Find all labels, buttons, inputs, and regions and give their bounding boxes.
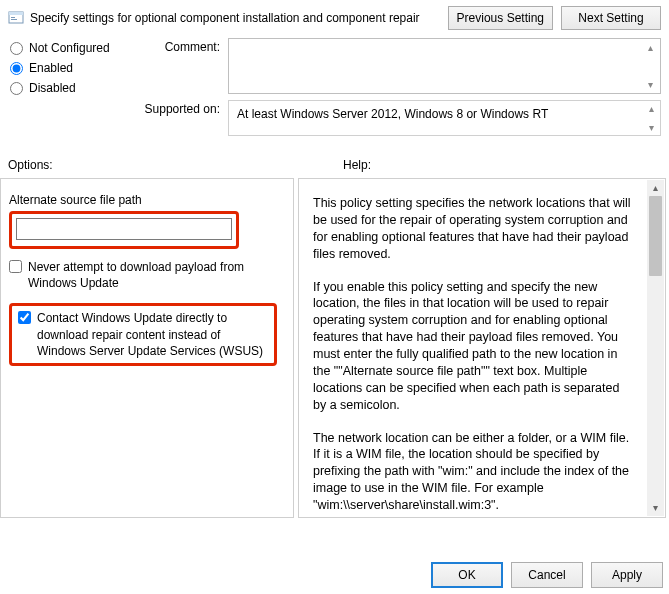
supported-on-label: Supported on: bbox=[130, 100, 228, 116]
supported-on-box: At least Windows Server 2012, Windows 8 … bbox=[228, 100, 661, 136]
radio-not-configured[interactable] bbox=[10, 42, 23, 55]
label-not-configured[interactable]: Not Configured bbox=[29, 41, 110, 55]
svg-rect-2 bbox=[11, 17, 15, 18]
label-disabled[interactable]: Disabled bbox=[29, 81, 76, 95]
svg-rect-1 bbox=[9, 12, 23, 15]
policy-icon bbox=[8, 10, 24, 26]
comment-label: Comment: bbox=[130, 38, 228, 54]
help-p1: This policy setting specifies the networ… bbox=[313, 195, 631, 263]
scroll-up-icon[interactable]: ▴ bbox=[647, 180, 664, 196]
label-enabled[interactable]: Enabled bbox=[29, 61, 73, 75]
scrollbar-thumb[interactable] bbox=[649, 196, 662, 276]
options-pane: Alternate source file path Never attempt… bbox=[0, 178, 294, 518]
scroll-up-icon[interactable]: ▴ bbox=[644, 101, 659, 116]
comment-textarea[interactable]: ▴ ▾ bbox=[228, 38, 661, 94]
ok-button[interactable]: OK bbox=[431, 562, 503, 588]
alternate-path-input[interactable] bbox=[16, 218, 232, 240]
help-p2: If you enable this policy setting and sp… bbox=[313, 279, 631, 414]
svg-rect-3 bbox=[11, 19, 17, 20]
options-section-label: Options: bbox=[8, 158, 343, 172]
checkbox-contact-wu[interactable] bbox=[18, 311, 31, 324]
checkbox-contact-wu-label[interactable]: Contact Windows Update directly to downl… bbox=[37, 310, 268, 359]
checkbox-never-download[interactable] bbox=[9, 260, 22, 273]
help-scrollbar[interactable]: ▴ ▾ bbox=[647, 180, 664, 516]
alternate-path-label: Alternate source file path bbox=[9, 193, 285, 207]
previous-setting-button[interactable]: Previous Setting bbox=[448, 6, 553, 30]
scroll-down-icon[interactable]: ▾ bbox=[644, 120, 659, 135]
window-title: Specify settings for optional component … bbox=[30, 11, 420, 25]
checkbox-never-download-label[interactable]: Never attempt to download payload from W… bbox=[28, 259, 269, 291]
help-pane: This policy setting specifies the networ… bbox=[298, 178, 666, 518]
scroll-up-icon[interactable]: ▴ bbox=[643, 40, 658, 55]
help-section-label: Help: bbox=[343, 158, 371, 172]
supported-on-value: At least Windows Server 2012, Windows 8 … bbox=[237, 107, 548, 121]
next-setting-button[interactable]: Next Setting bbox=[561, 6, 661, 30]
help-p3: The network location can be either a fol… bbox=[313, 430, 631, 514]
cancel-button[interactable]: Cancel bbox=[511, 562, 583, 588]
scroll-down-icon[interactable]: ▾ bbox=[647, 500, 664, 516]
highlight-alt-path bbox=[9, 211, 239, 249]
apply-button[interactable]: Apply bbox=[591, 562, 663, 588]
radio-enabled[interactable] bbox=[10, 62, 23, 75]
scroll-down-icon[interactable]: ▾ bbox=[643, 77, 658, 92]
highlight-contact-wu: Contact Windows Update directly to downl… bbox=[9, 303, 277, 366]
radio-disabled[interactable] bbox=[10, 82, 23, 95]
